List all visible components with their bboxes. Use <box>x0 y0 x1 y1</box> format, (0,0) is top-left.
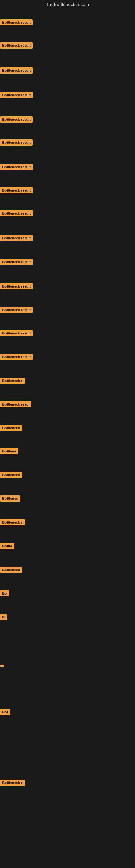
bottleneck-result-item[interactable]: Bottleneck result <box>0 210 33 218</box>
bottleneck-badge: Bottleneck r <box>0 378 25 384</box>
bottleneck-badge <box>0 664 4 667</box>
bottleneck-badge: Bottleneck <box>0 472 22 478</box>
bottleneck-result-item[interactable]: Bottleneck result <box>0 187 33 194</box>
bottleneck-result-item[interactable]: Bo <box>0 590 9 597</box>
bottleneck-result-item[interactable] <box>0 663 4 668</box>
bottleneck-result-item[interactable]: Bottleneck result <box>0 259 33 266</box>
bottleneck-result-item[interactable]: Bottleneck <box>0 472 22 479</box>
bottleneck-badge: Bottleneck result <box>0 283 33 289</box>
bottleneck-result-item[interactable]: Bottlenec <box>0 495 20 503</box>
site-title: TheBottlenecker.com <box>0 0 135 9</box>
bottleneck-badge: Bottleneck result <box>0 259 33 265</box>
bottleneck-badge: Bottle <box>0 543 14 549</box>
bottleneck-badge: Bottleneck result <box>0 235 33 241</box>
bottleneck-result-item[interactable]: Bottleneck result <box>0 42 33 50</box>
bottleneck-badge: Bottleneck r <box>0 519 25 525</box>
bottleneck-badge: Bottleneck result <box>0 187 33 193</box>
bottleneck-result-item[interactable]: Bottleneck result <box>0 164 33 171</box>
bottleneck-result-item[interactable]: Bottleneck result <box>0 67 33 74</box>
bottleneck-result-item[interactable]: Bottleneck result <box>0 235 33 242</box>
bottleneck-result-item[interactable]: Bottleneck result <box>0 116 33 124</box>
bottleneck-badge: Bottlenec <box>0 495 20 501</box>
bottleneck-badge: Bot <box>0 709 10 715</box>
bottleneck-badge: Bottleneck resu <box>0 401 31 407</box>
bottleneck-result-item[interactable]: Bottleneck r <box>0 780 25 787</box>
bottleneck-result-item[interactable]: Bottleneck result <box>0 354 33 361</box>
bottleneck-badge: Bottlene <box>0 448 18 454</box>
bottleneck-badge: Bottleneck result <box>0 164 33 170</box>
bottleneck-badge: Bottleneck result <box>0 19 33 26</box>
bottleneck-result-item[interactable]: Bottle <box>0 543 14 550</box>
bottleneck-result-item[interactable]: Bottleneck resu <box>0 401 31 408</box>
bottleneck-result-item[interactable]: Bottleneck result <box>0 19 33 27</box>
bottleneck-badge: Bottleneck result <box>0 67 33 73</box>
bottleneck-badge: Bottleneck result <box>0 92 33 98</box>
bottleneck-badge: Bottleneck r <box>0 780 25 786</box>
bottleneck-badge: Bottleneck <box>0 567 22 573</box>
bottleneck-badge: Bottleneck result <box>0 42 33 49</box>
bottleneck-badge: B <box>0 614 7 620</box>
bottleneck-badge: Bottleneck result <box>0 140 33 146</box>
bottleneck-result-item[interactable]: Bot <box>0 709 10 716</box>
bottleneck-badge: Bottleneck result <box>0 210 33 216</box>
bottleneck-result-item[interactable]: Bottleneck result <box>0 307 33 314</box>
bottleneck-result-item[interactable]: Bottleneck result <box>0 283 33 290</box>
bottleneck-badge: Bottleneck result <box>0 307 33 313</box>
bottleneck-result-item[interactable]: Bottleneck result <box>0 140 33 147</box>
bottleneck-result-item[interactable]: Bottleneck <box>0 425 22 432</box>
bottleneck-result-item[interactable]: Bottlene <box>0 448 18 456</box>
bottleneck-badge: Bo <box>0 590 9 596</box>
bottleneck-badge: Bottleneck result <box>0 354 33 360</box>
bottleneck-result-item[interactable]: Bottleneck r <box>0 378 25 385</box>
bottleneck-badge: Bottleneck result <box>0 330 33 336</box>
bottleneck-result-item[interactable]: B <box>0 614 7 621</box>
bottleneck-result-item[interactable]: Bottleneck r <box>0 519 25 527</box>
bottleneck-badge: Bottleneck <box>0 425 22 431</box>
bottleneck-result-item[interactable]: Bottleneck result <box>0 330 33 337</box>
bottleneck-badge: Bottleneck result <box>0 116 33 123</box>
bottleneck-result-item[interactable]: Bottleneck <box>0 567 22 574</box>
bottleneck-result-item[interactable]: Bottleneck result <box>0 92 33 99</box>
